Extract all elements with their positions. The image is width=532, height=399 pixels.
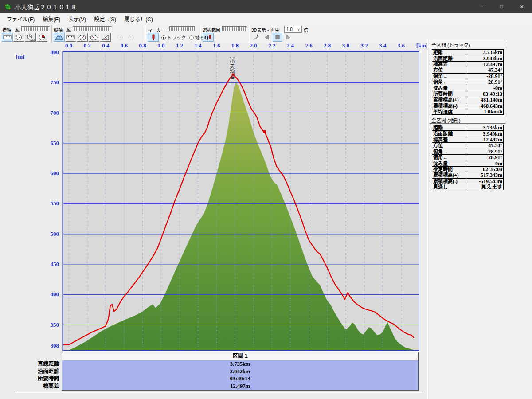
haxis-label: 横軸 bbox=[2, 27, 11, 33]
row-label: 所要時間 bbox=[432, 91, 466, 97]
row-value: 03:49:13 bbox=[466, 91, 504, 97]
table-row: 沈み量-0m bbox=[432, 160, 504, 166]
playback-prev-button[interactable] bbox=[262, 33, 272, 42]
x-tick-label: 0.8 bbox=[135, 43, 150, 49]
radio-unselected-icon bbox=[189, 35, 194, 40]
radio-terrain[interactable]: 地形 bbox=[189, 34, 204, 41]
row-value: 28.91° bbox=[466, 154, 504, 160]
row-label: 沈み量 bbox=[432, 160, 466, 166]
menu-close[interactable]: 閉じる！(C) bbox=[120, 13, 157, 24]
table-row: 推定時間02:35:04 bbox=[432, 166, 504, 172]
haxis-distance-button[interactable] bbox=[2, 33, 13, 42]
menu-settings[interactable]: 設定...(S) bbox=[90, 13, 120, 24]
x-tick-label: 0.4 bbox=[98, 43, 113, 49]
table-row: 標高差12.497m bbox=[432, 137, 504, 142]
ghost-dial-icon bbox=[116, 34, 124, 41]
y-tick-label: 450 bbox=[32, 261, 59, 267]
x-tick-label: 2.0 bbox=[246, 43, 261, 49]
vaxis-distance-button[interactable] bbox=[65, 33, 76, 42]
x-tick-label: 2.4 bbox=[283, 43, 298, 49]
playback-3d-walk-button[interactable] bbox=[251, 33, 261, 42]
marker-pen-button[interactable] bbox=[148, 33, 159, 42]
table-row: 俯角←28.91° bbox=[432, 154, 504, 160]
y-tick-label: 650 bbox=[32, 140, 59, 146]
app-icon bbox=[4, 3, 12, 10]
close-button[interactable]: ✕ bbox=[512, 0, 532, 13]
playback-label: 3D表示・再生 bbox=[251, 27, 279, 33]
vaxis-mini-button[interactable]: ◣ bbox=[66, 27, 71, 32]
y-tick-label: 550 bbox=[32, 200, 59, 207]
row-value: 3.735km bbox=[466, 50, 504, 55]
track-summary-table: 距離3.735km沿面距離3.942km標高差12.497m方位47.34°俯角… bbox=[432, 49, 504, 115]
menu-view[interactable]: 表示(V) bbox=[64, 13, 90, 24]
x-tick-label: 3.0 bbox=[338, 43, 353, 49]
walk-3d-icon bbox=[252, 34, 260, 41]
table-row: 距離3.735km bbox=[432, 125, 504, 131]
section-table-values: 3.735km3.942km03:49:1312.497m bbox=[62, 360, 419, 391]
selection-marker-button[interactable]: Q bbox=[203, 33, 214, 42]
row-label: 距離 bbox=[432, 50, 466, 55]
section-row-label: 所要時間 bbox=[0, 375, 59, 383]
terrain-summary-header: 全区間 (地形) bbox=[429, 115, 505, 124]
x-tick-label: 1.8 bbox=[227, 43, 243, 49]
vaxis-disabled-option-2 bbox=[125, 33, 137, 42]
maximize-button[interactable]: □ bbox=[491, 0, 512, 13]
table-row: 累積標高(-)-468.643m bbox=[432, 103, 504, 109]
row-value: -519.543m bbox=[466, 178, 504, 184]
stop-icon bbox=[274, 34, 281, 40]
clock-number-icon: 123 bbox=[26, 34, 35, 41]
ruler-icon bbox=[66, 34, 75, 41]
title-bar: 小天狗岳２０１０１８ ─ □ ✕ bbox=[0, 0, 532, 13]
x-tick-label: 0.6 bbox=[117, 43, 132, 49]
table-row: 平均速度1.0km/h bbox=[432, 109, 504, 114]
summary-panel: 全区間 (トラック) 距離3.735km沿面距離3.942km標高差12.497… bbox=[427, 39, 532, 399]
row-label: 沿面距離 bbox=[432, 55, 466, 61]
row-value: 3.942km bbox=[466, 55, 504, 61]
y-tick-label: 750 bbox=[32, 79, 59, 86]
plot-svg[interactable] bbox=[63, 52, 419, 350]
playback-speed-select[interactable]: 1.0 ∨ bbox=[284, 26, 302, 33]
marker-zoom-slider[interactable] bbox=[169, 26, 195, 31]
selection-zoom-slider[interactable] bbox=[222, 26, 247, 31]
vaxis-speed-button[interactable] bbox=[77, 33, 88, 42]
track-marker[interactable] bbox=[263, 130, 266, 133]
row-value: 02:35:04 bbox=[466, 166, 504, 172]
row-label: 標高差 bbox=[432, 61, 466, 67]
ruler-icon bbox=[3, 34, 12, 41]
minimize-button[interactable]: ─ bbox=[471, 0, 491, 13]
vaxis-pace-button[interactable] bbox=[88, 33, 99, 42]
x-tick-label: 2.8 bbox=[320, 43, 335, 49]
radio-track[interactable]: トラック bbox=[161, 34, 186, 41]
x-tick-label: 3.2 bbox=[357, 43, 372, 49]
row-label: 俯角→ bbox=[432, 73, 466, 79]
y-tick-label: 400 bbox=[32, 291, 59, 297]
menu-file[interactable]: ファイル(F) bbox=[3, 13, 39, 24]
menu-edit[interactable]: 編集(E) bbox=[39, 13, 64, 24]
table-row: 累積標高(-)-519.543m bbox=[432, 178, 504, 184]
row-value: -0m bbox=[466, 85, 504, 91]
vaxis-slope-button[interactable] bbox=[100, 33, 111, 42]
elevation-profile-plot[interactable] bbox=[63, 51, 419, 351]
playback-speed-value: 1.0 bbox=[285, 27, 296, 32]
playback-unit-label: 倍 bbox=[304, 27, 308, 33]
row-label: 見通し bbox=[432, 184, 466, 190]
haxis-time-button[interactable] bbox=[13, 33, 24, 42]
playback-play-button[interactable] bbox=[283, 33, 293, 42]
toolbar-separator bbox=[51, 25, 52, 42]
row-value: 47.34° bbox=[466, 67, 504, 73]
vaxis-zoom-slider[interactable] bbox=[73, 26, 112, 31]
row-label: 標高差 bbox=[432, 137, 466, 142]
profile-chart-area: [m] [km] 0.00.20.40.60.81.01.21.41.61.82… bbox=[0, 43, 427, 399]
row-value: 12.497m bbox=[466, 137, 504, 142]
playback-stop-button[interactable] bbox=[273, 33, 282, 42]
slope-angle-icon bbox=[101, 34, 110, 41]
haxis-mini-button[interactable]: ◣ bbox=[15, 27, 20, 32]
y-tick-label: 600 bbox=[32, 170, 59, 176]
haxis-pie-button[interactable] bbox=[36, 33, 47, 42]
haxis-zoom-slider[interactable] bbox=[21, 26, 50, 31]
selection-label: 選択範囲 bbox=[203, 27, 220, 33]
row-label: 方位 bbox=[432, 67, 466, 73]
table-row: 方位47.34° bbox=[432, 143, 504, 149]
vaxis-elevation-button[interactable] bbox=[54, 33, 65, 42]
haxis-time-number-button[interactable]: 123 bbox=[25, 33, 36, 42]
